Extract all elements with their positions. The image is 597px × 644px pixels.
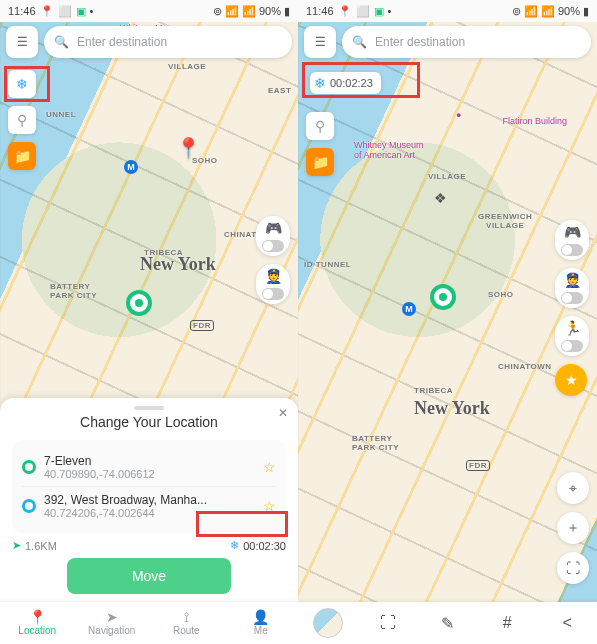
joystick-switch[interactable]: [262, 240, 284, 252]
cooldown-timer: 00:02:30: [243, 540, 286, 552]
metro-icon: M: [124, 160, 138, 174]
snowflake-button[interactable]: ❄: [8, 70, 36, 98]
more-icon: •: [90, 5, 94, 17]
from-name: 7-Eleven: [44, 454, 255, 468]
locate-me-button[interactable]: ⌖: [557, 472, 589, 504]
app-icon: ▣: [374, 5, 384, 18]
destination-pin-icon[interactable]: 📍: [176, 136, 201, 160]
joystick-icon: 🎮: [564, 224, 581, 240]
hamburger-icon: ☰: [17, 35, 28, 49]
pen-route-icon: ✎: [441, 614, 454, 633]
hamburger-icon: ☰: [315, 35, 326, 49]
hide-toggle[interactable]: 👮: [555, 268, 589, 308]
label-east: EAST: [268, 86, 291, 95]
nav-location[interactable]: 📍 Location: [0, 602, 75, 644]
scan-button[interactable]: ⛶: [557, 552, 589, 584]
wifi-extra-icon: ⊚: [512, 5, 521, 18]
city-label: New York: [140, 254, 216, 275]
label-village: VILLAGE: [428, 172, 466, 181]
search-input[interactable]: 🔍 Enter destination: [342, 26, 591, 58]
label-chinatown: CHINATOWN: [498, 362, 552, 371]
cloud-icon: ⬜: [356, 5, 370, 18]
folder-button[interactable]: 📁: [306, 148, 334, 176]
walk-toggle[interactable]: 🏃: [555, 316, 589, 356]
walk-switch[interactable]: [561, 340, 583, 352]
battery-icon: ▮: [284, 5, 290, 18]
joystick-toggle[interactable]: 🎮: [256, 216, 290, 256]
joystick-toggle[interactable]: 🎮: [555, 220, 589, 260]
to-pin-icon: [22, 499, 36, 513]
location-dot-icon: 📍: [40, 5, 54, 18]
move-button[interactable]: Move: [67, 558, 231, 594]
status-time: 11:46: [8, 5, 36, 17]
wifi-icon: 📶: [225, 5, 239, 18]
location-balloon-button[interactable]: ⚲: [8, 106, 36, 134]
nav-route[interactable]: ⟟ Route: [149, 602, 224, 644]
paper-plane-icon: ➤: [12, 539, 21, 552]
runner-icon: 🏃: [564, 320, 581, 336]
status-bar: 11:46 📍 ⬜ ▣ • ⊚ 📶 📶 90% ▮: [0, 0, 298, 22]
menu-button[interactable]: ☰: [6, 26, 38, 58]
label-tunnel: UNNEL: [46, 110, 76, 119]
city-label: New York: [414, 398, 490, 419]
to-location-row[interactable]: 392, West Broadway, Manha... 40.724206,-…: [22, 486, 276, 525]
menu-button[interactable]: ☰: [304, 26, 336, 58]
phone-left-screenshot: 11:46 📍 ⬜ ▣ • ⊚ 📶 📶 90% ▮ Whitney Museum…: [0, 0, 298, 644]
favorite-button[interactable]: ★: [555, 364, 587, 396]
crosshair-icon: ⌖: [569, 480, 577, 497]
to-favorite-button[interactable]: ☆: [263, 498, 276, 514]
app-icon: ▣: [76, 5, 86, 18]
label-battery: BATTERY PARK CITY: [50, 282, 97, 300]
close-sheet-button[interactable]: ✕: [278, 406, 288, 420]
location-balloon-button[interactable]: ⚲: [306, 112, 334, 140]
joystick-switch[interactable]: [561, 244, 583, 256]
cloud-icon: ⬜: [58, 5, 72, 18]
nav-navigation[interactable]: ➤ Navigation: [75, 602, 150, 644]
joystick-icon: 🎮: [265, 220, 282, 236]
metro-icon: M: [402, 302, 416, 316]
hide-switch[interactable]: [561, 292, 583, 304]
change-location-panel: Change Your Location ✕ 7-Eleven 40.70989…: [0, 398, 298, 602]
sheet-title: Change Your Location: [12, 414, 286, 430]
current-location-marker[interactable]: [430, 284, 456, 310]
from-location-row[interactable]: 7-Eleven 40.709890,-74.006612 ☆: [22, 448, 276, 486]
map-style-button[interactable]: [298, 602, 358, 644]
label-fdr: FDR: [190, 320, 214, 331]
to-name: 392, West Broadway, Manha...: [44, 493, 255, 507]
hash-icon: #: [503, 614, 512, 632]
current-location-marker[interactable]: [126, 290, 152, 316]
officer-icon: 👮: [265, 268, 282, 284]
from-pin-icon: [22, 460, 36, 474]
from-favorite-button[interactable]: ☆: [263, 459, 276, 475]
poi-dot-icon: ●: [456, 110, 461, 120]
search-input[interactable]: 🔍 Enter destination: [44, 26, 292, 58]
more-icon: •: [388, 5, 392, 17]
poi-flatiron: Flatiron Building: [502, 116, 567, 126]
action-bar: ⛶ ✎ # <: [298, 602, 597, 644]
capture-icon: ⛶: [380, 614, 396, 632]
officer-icon: 👮: [564, 272, 581, 288]
hide-switch[interactable]: [262, 288, 284, 300]
wifi-icon: 📶: [524, 5, 538, 18]
capture-button[interactable]: ⛶: [358, 602, 418, 644]
hide-toggle[interactable]: 👮: [256, 264, 290, 304]
folder-button[interactable]: 📁: [8, 142, 36, 170]
share-icon: <: [562, 614, 571, 632]
label-tribeca: TRIBECA: [414, 386, 453, 395]
label-fdr: FDR: [466, 460, 490, 471]
battery-text: 90%: [558, 5, 580, 17]
edit-route-button[interactable]: ✎: [418, 602, 478, 644]
label-soho: SOHO: [488, 290, 514, 299]
drag-handle-icon[interactable]: [134, 406, 164, 410]
battery-icon: ▮: [583, 5, 589, 18]
add-button[interactable]: ＋: [557, 512, 589, 544]
nav-me[interactable]: 👤 Me: [224, 602, 299, 644]
share-button[interactable]: <: [537, 602, 597, 644]
search-icon: 🔍: [54, 35, 69, 49]
cooldown-chip[interactable]: ❄ 00:02:23: [310, 72, 381, 94]
to-coords: 40.724206,-74.002644: [44, 507, 255, 519]
coordinate-button[interactable]: #: [477, 602, 537, 644]
poi-museum: Whitney Museum of American Art: [354, 140, 424, 160]
from-coords: 40.709890,-74.006612: [44, 468, 255, 480]
scan-icon: ⛶: [566, 560, 580, 576]
